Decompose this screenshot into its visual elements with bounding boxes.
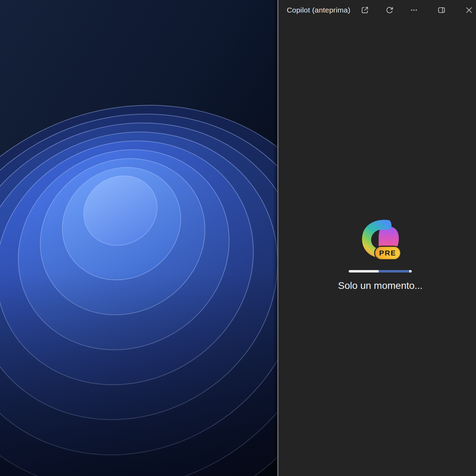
- desktop-wallpaper: [0, 0, 278, 476]
- more-options-button[interactable]: [410, 6, 418, 14]
- desktop: Copilot (anteprima): [0, 0, 476, 476]
- loading-progress-bar: [349, 270, 412, 272]
- panel-edge-shadow: [273, 0, 278, 476]
- panel-titlebar: Copilot (anteprima): [278, 0, 476, 20]
- ellipsis-icon: [410, 6, 418, 14]
- panel-title: Copilot (anteprima): [287, 6, 350, 14]
- close-button[interactable]: [465, 6, 473, 14]
- split-view-icon: [437, 6, 446, 14]
- open-in-new-window-button[interactable]: [361, 6, 369, 14]
- preview-badge-label: PRE: [379, 249, 396, 257]
- copilot-panel: Copilot (anteprima): [278, 0, 476, 476]
- titlebar-buttons: [361, 6, 473, 14]
- bloom-artwork: [0, 0, 278, 476]
- copilot-logo: PRE: [360, 219, 401, 261]
- close-icon: [465, 6, 473, 14]
- preview-badge: PRE: [375, 247, 400, 259]
- refresh-icon: [385, 6, 394, 14]
- loading-text: Solo un momento...: [338, 280, 423, 291]
- refresh-button[interactable]: [385, 6, 394, 14]
- loading-screen: PRE Solo un momento...: [338, 219, 423, 291]
- split-view-button[interactable]: [437, 6, 446, 14]
- external-link-icon: [361, 6, 369, 14]
